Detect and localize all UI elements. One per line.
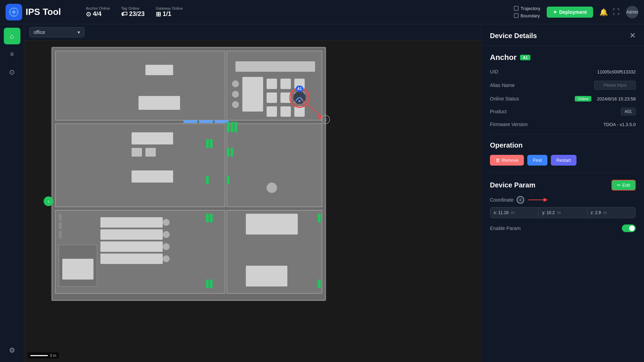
app-logo-icon: [6, 4, 22, 20]
operation-title: Operation: [490, 141, 636, 149]
tag-online-stat: Tag Online 🏷 23/23: [121, 6, 145, 18]
svg-rect-64: [246, 266, 287, 286]
coord-y: y: 10.2 m: [539, 208, 587, 218]
svg-rect-36: [132, 148, 142, 157]
alias-name-input[interactable]: Please Input: [594, 81, 636, 90]
anchor-online-value: ⊙ 4/4: [86, 10, 101, 18]
online-status-row: Online Status Online 2024/8/16 15:23:58: [490, 96, 636, 101]
anchor-online-stat: Anchor Online ⊙ 4/4: [86, 6, 110, 18]
svg-rect-24: [267, 92, 277, 103]
tag-online-label: Tag Online: [121, 6, 140, 10]
svg-rect-28: [280, 106, 291, 117]
online-status-label: Online Status: [490, 96, 519, 101]
boundary-label: Boundary: [521, 13, 540, 18]
svg-rect-16: [199, 120, 213, 123]
notification-button[interactable]: 🔔: [599, 8, 608, 16]
sidebar-toggle-button[interactable]: ›: [44, 196, 53, 206]
svg-rect-39: [206, 139, 209, 148]
panel-body: Anchor A1 UID 11005c000f513332 Alias Nam…: [482, 46, 644, 362]
edit-button[interactable]: ✏ Edit: [611, 180, 636, 191]
gateway-icon: ⊞: [156, 10, 161, 18]
app-title: IPS Tool: [26, 7, 61, 17]
svg-rect-48: [100, 229, 163, 240]
svg-rect-50: [100, 254, 163, 264]
find-button[interactable]: Find: [527, 155, 547, 166]
svg-rect-49: [100, 241, 163, 252]
anchor-icon: ⊙: [86, 10, 91, 18]
sidebar-item-devices[interactable]: ≡: [4, 46, 20, 62]
svg-point-21: [232, 91, 239, 98]
sidebar-bottom: ⚙: [4, 342, 20, 359]
annotation-arrow: [528, 196, 549, 203]
svg-rect-38: [132, 170, 173, 183]
z-unit: m: [603, 210, 607, 215]
operation-buttons: 🗑 Remove Find Restart: [490, 155, 636, 166]
x-value: 11.18: [498, 210, 509, 215]
devices-icon: ≡: [10, 51, 14, 58]
deployment-button[interactable]: ✦ Deployment: [547, 7, 593, 18]
anchor-badge: A1: [520, 55, 530, 60]
fullscreen-button[interactable]: ⛶: [613, 8, 620, 16]
boundary-checkbox[interactable]: [514, 13, 519, 18]
tag-online-value: 🏷 23/23: [121, 10, 145, 18]
sidebar-item-map[interactable]: ⊙: [4, 64, 20, 80]
sidebar-item-home[interactable]: ⌂: [4, 28, 20, 44]
svg-point-43: [267, 183, 277, 193]
svg-rect-37: [145, 148, 156, 157]
anchor-online-label: Anchor Online: [86, 6, 110, 10]
trajectory-checkbox[interactable]: [514, 6, 519, 11]
svg-rect-58: [59, 222, 62, 229]
panel-title: Device Details: [490, 32, 537, 40]
coord-values: x: 11.18 m y: 10.2 m z: 2.9 m: [490, 207, 636, 218]
svg-rect-19: [242, 77, 263, 112]
svg-rect-32: [227, 122, 230, 132]
enable-param-toggle[interactable]: [622, 224, 636, 232]
divider-1: [490, 134, 636, 134]
svg-point-52: [163, 231, 170, 238]
coordinate-label: Coordinate ②: [490, 196, 636, 204]
topbar-icons: 🔔 ⛶: [599, 8, 620, 16]
firmware-row: Firmware Version TDOA - v1.3.5.0: [490, 122, 636, 127]
y-label: y: [542, 210, 544, 215]
gateway-online-stat: Gateway Online ⊞ 1/1: [156, 6, 183, 18]
boundary-option[interactable]: Boundary: [514, 13, 540, 18]
divider-2: [490, 173, 636, 173]
uid-row: UID 11005c000f513332: [490, 69, 636, 74]
map-toolbar: office ▾: [24, 24, 481, 41]
svg-text:①: ①: [324, 117, 328, 122]
svg-rect-65: [318, 214, 321, 222]
device-param-section: Device Param ✏ Edit Coordinate ②: [490, 180, 636, 232]
home-icon: ⌂: [10, 32, 14, 40]
floor-select[interactable]: office ▾: [29, 27, 84, 37]
svg-rect-60: [206, 214, 209, 222]
coord-annotation: ②: [517, 196, 524, 204]
close-panel-button[interactable]: ✕: [629, 31, 636, 40]
remove-button[interactable]: 🗑 Remove: [490, 155, 524, 166]
param-header: Device Param ✏ Edit: [490, 180, 636, 191]
map-canvas[interactable]: A1 ① 3 m ›: [24, 41, 481, 362]
svg-rect-10: [227, 124, 322, 207]
alias-name-row: Alias Name Please Input: [490, 81, 636, 90]
svg-rect-63: [210, 280, 213, 288]
sidebar-item-settings[interactable]: ⚙: [4, 342, 20, 359]
product-label: Product: [490, 109, 507, 114]
tag-icon: 🏷: [121, 10, 127, 18]
coord-x: x: 11.18 m: [490, 208, 539, 218]
trajectory-option[interactable]: Trajectory: [514, 6, 540, 11]
svg-point-54: [163, 255, 170, 262]
svg-rect-56: [62, 259, 93, 280]
svg-rect-46: [227, 176, 230, 184]
svg-rect-41: [206, 176, 209, 184]
svg-rect-15: [184, 120, 197, 123]
user-avatar[interactable]: Admin: [626, 6, 638, 18]
deploy-icon: ✦: [553, 9, 557, 15]
panel-header: Device Details ✕: [482, 24, 644, 46]
restart-button[interactable]: Restart: [551, 155, 576, 166]
svg-rect-42: [246, 214, 298, 235]
online-badge: Online: [575, 96, 591, 101]
svg-rect-62: [206, 280, 209, 288]
svg-rect-61: [210, 214, 213, 222]
svg-point-51: [163, 219, 170, 226]
enable-param-label: Enable Param: [490, 226, 521, 231]
map-area: office ▾: [24, 24, 481, 362]
